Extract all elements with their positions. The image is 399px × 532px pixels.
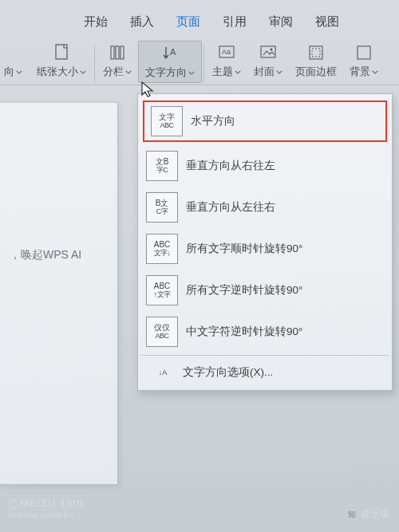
ribbon-group-papersize[interactable]: 纸张大小: [30, 41, 93, 83]
menu-label: 中文字符逆时针旋转90°: [186, 325, 302, 339]
theme-icon: Aa: [217, 44, 236, 61]
ribbon-group-cover[interactable]: 封面: [247, 41, 289, 83]
menu-item-rotate-ccw-90[interactable]: ABC ↑文字 所有文字逆时针旋转90°: [138, 270, 392, 311]
columns-icon: [109, 44, 126, 61]
svg-rect-7: [261, 46, 275, 57]
document-placeholder-text: ，唤起WPS AI: [10, 248, 81, 262]
tab-review[interactable]: 审阅: [269, 14, 293, 30]
ribbon-group-columns[interactable]: 分栏: [97, 41, 138, 83]
ribbon-label: 文字方向: [145, 65, 187, 80]
menu-item-horizontal[interactable]: 文字 ABC 水平方向: [143, 100, 387, 142]
menu-item-vertical-rtl[interactable]: 文B 字C 垂直方向从右往左: [138, 145, 392, 187]
ribbon-label: 背景: [350, 65, 370, 79]
direction-preview-icon: ABC ↑文字: [146, 275, 178, 305]
ribbon-label: 页面边框: [295, 65, 337, 79]
ribbon-label: 纸张大小: [37, 65, 78, 79]
menu-item-direction-options[interactable]: ↓A 文字方向选项(X)...: [138, 358, 392, 387]
document-page[interactable]: ，唤起WPS AI: [0, 102, 118, 485]
ribbon-label: 分栏: [103, 65, 124, 79]
author-watermark: 知 @乏味: [346, 507, 389, 521]
ribbon-label: 主题: [212, 65, 233, 79]
svg-rect-3: [120, 46, 124, 59]
chevron-down-icon: [276, 70, 282, 74]
ribbon-group-textdirection[interactable]: A 文字方向: [138, 41, 202, 83]
text-direction-small-icon: ↓A: [156, 364, 170, 381]
menu-separator: [141, 355, 389, 356]
tab-page[interactable]: 页面: [176, 14, 200, 30]
direction-preview-icon: 文B 字C: [146, 151, 178, 181]
text-direction-icon: A: [161, 44, 179, 63]
menu-label: 垂直方向从左往右: [186, 200, 275, 215]
page-size-icon: [53, 43, 70, 62]
menu-label: 水平方向: [191, 114, 235, 128]
ribbon-label: 封面: [254, 65, 275, 79]
device-watermark: ◯ MEIZU 16th AI DUAL CAMERA: [8, 498, 83, 521]
svg-rect-0: [56, 45, 67, 59]
chevron-down-icon: [80, 70, 86, 74]
direction-preview-icon: ABC 文字↓: [146, 234, 178, 264]
ribbon-group-theme[interactable]: Aa 主题: [206, 41, 247, 83]
svg-point-8: [271, 49, 273, 51]
menu-item-vertical-ltr[interactable]: B文 C字 垂直方向从左往右: [138, 187, 392, 228]
page-border-icon: [307, 44, 325, 61]
direction-preview-icon: 仪仅 ABC: [146, 317, 178, 347]
background-icon: [355, 44, 373, 61]
svg-text:A: A: [170, 47, 176, 57]
svg-rect-1: [111, 46, 114, 59]
cover-icon: [259, 44, 278, 61]
ribbon-label: 向: [4, 65, 14, 79]
ribbon-tabs: 开始 插入 页面 引用 审阅 视图: [0, 0, 399, 30]
zhihu-icon: 知: [346, 509, 358, 520]
ribbon-group-orientation[interactable]: 向: [0, 41, 30, 83]
chevron-down-icon: [372, 70, 378, 74]
menu-label: 所有文字逆时针旋转90°: [186, 283, 302, 298]
svg-rect-2: [116, 46, 119, 59]
direction-preview-icon: 文字 ABC: [151, 106, 183, 136]
menu-label: 文字方向选项(X)...: [183, 365, 273, 380]
ribbon-group-background[interactable]: 背景: [343, 41, 385, 83]
tab-start[interactable]: 开始: [84, 14, 108, 30]
text-direction-menu: 文字 ABC 水平方向 文B 字C 垂直方向从右往左 B文 C字 垂直方向从左往…: [137, 93, 393, 391]
svg-rect-9: [310, 46, 322, 59]
menu-label: 垂直方向从右往左: [186, 159, 275, 173]
orientation-icon: [2, 42, 24, 63]
svg-rect-11: [358, 46, 370, 59]
tab-insert[interactable]: 插入: [130, 14, 154, 30]
chevron-down-icon: [125, 70, 132, 74]
tab-view[interactable]: 视图: [315, 14, 339, 30]
chevron-down-icon: [16, 70, 22, 74]
svg-rect-10: [312, 49, 320, 57]
direction-preview-icon: B文 C字: [146, 192, 178, 223]
ribbon-bar: 向 纸张大小 分栏 A: [0, 41, 399, 85]
menu-label: 所有文字顺时针旋转90°: [186, 242, 302, 256]
chevron-down-icon: [188, 71, 195, 75]
ribbon-group-pageborder[interactable]: 页面边框: [289, 41, 343, 83]
chevron-down-icon: [235, 70, 241, 74]
menu-item-chinese-ccw-90[interactable]: 仪仅 ABC 中文字符逆时针旋转90°: [138, 311, 392, 353]
tab-reference[interactable]: 引用: [223, 14, 247, 30]
svg-text:Aa: Aa: [222, 48, 231, 56]
menu-item-rotate-cw-90[interactable]: ABC 文字↓ 所有文字顺时针旋转90°: [138, 228, 392, 270]
